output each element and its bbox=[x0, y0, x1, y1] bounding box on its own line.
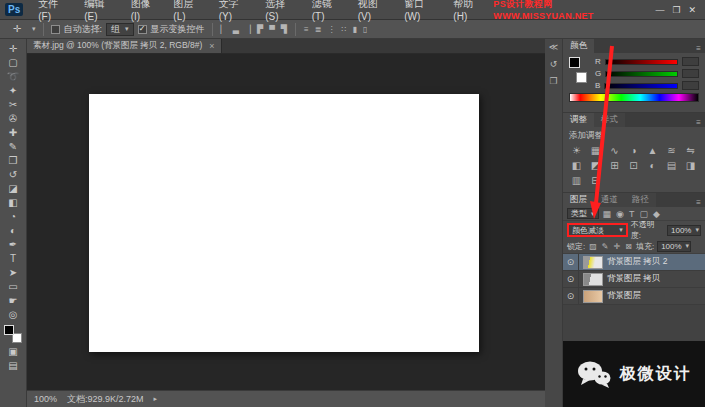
type-layer-filter-icon[interactable]: T bbox=[628, 209, 636, 219]
quick-selection-tool[interactable]: ✦ bbox=[2, 84, 24, 98]
visibility-eye-icon[interactable]: ⊙ bbox=[563, 271, 579, 287]
layer-thumbnail[interactable] bbox=[583, 290, 603, 303]
hue-saturation-icon[interactable]: ≋ bbox=[662, 143, 681, 158]
tab-paths[interactable]: 路径 bbox=[625, 193, 656, 207]
foreground-background-swatches[interactable] bbox=[4, 325, 22, 343]
zoom-tool[interactable]: ◎ bbox=[2, 308, 24, 322]
brightness-contrast-icon[interactable]: ☀ bbox=[567, 143, 586, 158]
threshold-icon[interactable]: ◨ bbox=[681, 158, 700, 173]
photo-filter-icon[interactable]: ◩ bbox=[586, 158, 605, 173]
healing-brush-tool[interactable]: ✚ bbox=[2, 126, 24, 140]
exposure-icon[interactable]: ◑ bbox=[624, 143, 643, 158]
path-selection-tool[interactable]: ➤ bbox=[2, 266, 24, 280]
properties-panel-icon[interactable]: ❐ bbox=[549, 76, 557, 86]
menu-item-select[interactable]: 选择(S) bbox=[258, 0, 304, 22]
expand-panels-icon[interactable]: ≪ bbox=[549, 42, 558, 52]
history-panel-icon[interactable]: ↺ bbox=[550, 59, 558, 69]
panel-menu-icon[interactable]: ≡ bbox=[692, 118, 705, 127]
green-slider[interactable] bbox=[605, 71, 678, 77]
pen-tool[interactable]: ✒ bbox=[2, 238, 24, 252]
canvas-document[interactable] bbox=[89, 94, 479, 352]
align-right-icon[interactable]: ▕ bbox=[244, 25, 252, 34]
opacity-dropdown[interactable]: 100% ▾ bbox=[667, 225, 701, 236]
color-lookup-icon[interactable]: ⊡ bbox=[624, 158, 643, 173]
align-left-icon[interactable]: ▏ bbox=[220, 25, 228, 34]
lasso-tool[interactable]: ➰ bbox=[2, 70, 24, 84]
lock-image-icon[interactable]: ✎ bbox=[601, 242, 610, 251]
color-spectrum-ramp[interactable] bbox=[569, 93, 699, 102]
history-brush-tool[interactable]: ↺ bbox=[2, 168, 24, 182]
layer-row-background[interactable]: ⊙ 背景图层 bbox=[563, 288, 705, 305]
distribute-bottom-icon[interactable]: ⋮ bbox=[326, 25, 336, 34]
eyedropper-tool[interactable]: ✇ bbox=[2, 112, 24, 126]
menu-item-help[interactable]: 帮助(H) bbox=[446, 0, 493, 22]
document-tab[interactable]: 素材.jpg @ 100% (背景图层 拷贝 2, RGB/8#) × bbox=[27, 39, 222, 53]
background-color-swatch[interactable] bbox=[576, 72, 587, 83]
foreground-color-swatch[interactable] bbox=[4, 325, 14, 335]
layer-thumbnail[interactable] bbox=[583, 273, 603, 286]
red-slider[interactable] bbox=[605, 59, 678, 65]
align-vcenter-icon[interactable]: ▀ bbox=[268, 25, 276, 34]
menu-item-file[interactable]: 文件(F) bbox=[31, 0, 77, 22]
shape-layer-filter-icon[interactable]: ▢ bbox=[638, 209, 649, 219]
rectangular-marquee-tool[interactable]: ▢ bbox=[2, 56, 24, 70]
red-value-field[interactable] bbox=[682, 57, 699, 66]
eraser-tool[interactable]: ◪ bbox=[2, 182, 24, 196]
tab-channels[interactable]: 通道 bbox=[594, 193, 625, 207]
levels-icon[interactable]: ▦ bbox=[586, 143, 605, 158]
tab-adjustments[interactable]: 调整 bbox=[563, 113, 594, 127]
vibrance-icon[interactable]: ▲ bbox=[643, 143, 662, 158]
restore-button[interactable]: ❐ bbox=[668, 5, 684, 15]
invert-icon[interactable]: ◐ bbox=[643, 158, 662, 173]
channel-mixer-icon[interactable]: ⊞ bbox=[605, 158, 624, 173]
zoom-level-field[interactable]: 100% bbox=[34, 394, 57, 404]
layer-row-bg-copy[interactable]: ⊙ 背景图层 拷贝 bbox=[563, 271, 705, 288]
distribute-hcenter-icon[interactable]: ▮ bbox=[351, 25, 357, 34]
menu-item-edit[interactable]: 编辑(E) bbox=[77, 0, 123, 22]
gradient-tool[interactable]: ◧ bbox=[2, 196, 24, 210]
lock-all-icon[interactable]: ⊠ bbox=[624, 242, 633, 251]
posterize-icon[interactable]: ▤ bbox=[662, 158, 681, 173]
close-button[interactable]: ✕ bbox=[684, 5, 700, 15]
foreground-color-swatch[interactable] bbox=[569, 57, 580, 68]
smart-object-filter-icon[interactable]: ◆ bbox=[652, 209, 661, 219]
canvas-pasteboard[interactable] bbox=[27, 54, 545, 390]
blend-mode-dropdown[interactable]: 颜色减淡 ▾ bbox=[567, 223, 628, 237]
menu-item-filter[interactable]: 滤镜(T) bbox=[305, 0, 351, 22]
tab-styles[interactable]: 样式 bbox=[594, 113, 625, 127]
crop-tool[interactable]: ✂ bbox=[2, 98, 24, 112]
menu-item-window[interactable]: 窗口(W) bbox=[397, 0, 446, 22]
selective-color-icon[interactable]: ⊟ bbox=[586, 173, 605, 188]
align-top-icon[interactable]: ▛ bbox=[256, 25, 264, 34]
type-tool[interactable]: T bbox=[2, 252, 24, 266]
tab-close-icon[interactable]: × bbox=[209, 41, 214, 51]
layer-row-bg-copy-2[interactable]: ⊙ 背景图层 拷贝 2 bbox=[563, 254, 705, 271]
tab-layers[interactable]: 图层 bbox=[563, 193, 594, 207]
menu-item-view[interactable]: 视图(V) bbox=[351, 0, 397, 22]
blue-value-field[interactable] bbox=[682, 81, 699, 90]
adjustment-layer-filter-icon[interactable]: ◉ bbox=[615, 209, 625, 219]
gradient-map-icon[interactable]: ▥ bbox=[567, 173, 586, 188]
pixel-layer-filter-icon[interactable]: ▦ bbox=[602, 209, 613, 219]
black-white-icon[interactable]: ◧ bbox=[567, 158, 586, 173]
rectangle-tool[interactable]: ▭ bbox=[2, 280, 24, 294]
minimize-button[interactable]: — bbox=[651, 5, 668, 15]
hand-tool[interactable]: ☛ bbox=[2, 294, 24, 308]
distribute-top-icon[interactable]: ≡ bbox=[303, 25, 310, 34]
tab-color[interactable]: 颜色 bbox=[563, 39, 594, 53]
auto-select-checkbox[interactable] bbox=[51, 25, 60, 34]
visibility-eye-icon[interactable]: ⊙ bbox=[563, 288, 579, 304]
brush-tool[interactable]: ✎ bbox=[2, 140, 24, 154]
menu-item-layer[interactable]: 图层(L) bbox=[166, 0, 211, 22]
green-value-field[interactable] bbox=[682, 69, 699, 78]
distribute-left-icon[interactable]: ∷ bbox=[340, 25, 347, 34]
show-transform-checkbox[interactable]: ✓ bbox=[138, 25, 147, 34]
panel-menu-icon[interactable]: ≡ bbox=[692, 198, 705, 207]
status-options-caret-icon[interactable]: ▸ bbox=[154, 395, 158, 403]
fill-dropdown[interactable]: 100% ▾ bbox=[657, 241, 691, 252]
align-hcenter-icon[interactable]: ▃ bbox=[232, 25, 240, 34]
color-panel-swatches[interactable] bbox=[569, 57, 589, 83]
clone-stamp-tool[interactable]: ❐ bbox=[2, 154, 24, 168]
distribute-vcenter-icon[interactable]: ≣ bbox=[314, 25, 323, 34]
align-bottom-icon[interactable]: ▜ bbox=[280, 25, 288, 34]
